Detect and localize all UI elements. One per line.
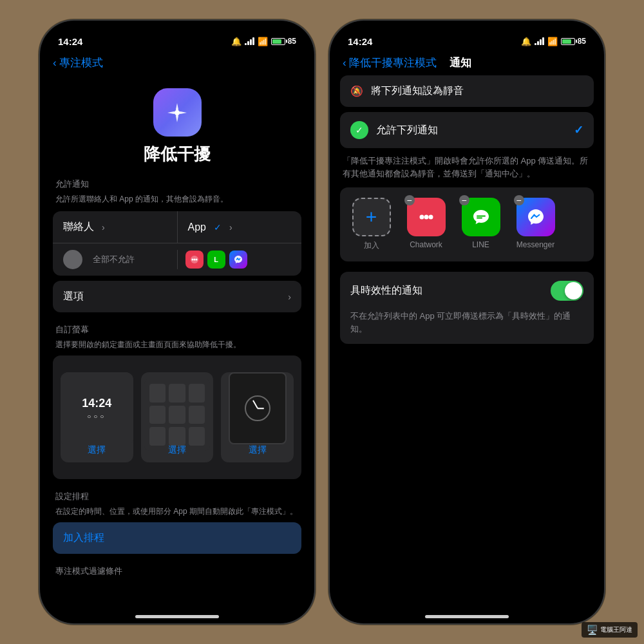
svg-point-5 bbox=[419, 215, 424, 220]
chevron-left-icon: ‹ bbox=[53, 57, 57, 70]
allow-left: ✓ 允許下列通知 bbox=[350, 121, 438, 139]
allow-notify-label: 允許通知 bbox=[53, 178, 301, 190]
contacts-apps-row: 聯絡人 › App ✓ › bbox=[53, 211, 301, 243]
wifi-icon-left: 📶 bbox=[258, 37, 268, 46]
contacts-label: 聯絡人 bbox=[63, 220, 94, 234]
back-button-right[interactable]: ‹ 降低干擾專注模式 bbox=[343, 55, 437, 70]
status-time-right: 14:24 bbox=[348, 36, 372, 47]
app-chatwork-item[interactable]: − Chatwork bbox=[405, 198, 447, 249]
watch-preview bbox=[229, 372, 287, 444]
nav-bar-left: ‹ 專注模式 bbox=[40, 53, 314, 75]
status-bar-right: 14:24 🔔 📶 85 bbox=[330, 21, 604, 53]
toggle-knob bbox=[565, 282, 582, 299]
contacts-sub-row: 全部不允許 bbox=[63, 250, 178, 269]
lock-screen-thumb[interactable]: 14:24 ○○○ 選擇 bbox=[61, 372, 133, 462]
watch-face bbox=[245, 395, 270, 421]
options-row[interactable]: 選項 › bbox=[53, 281, 301, 312]
wifi-icon-right: 📶 bbox=[547, 37, 558, 46]
options-label: 選項 bbox=[63, 290, 84, 303]
filter-section: 專注模式過濾條件 bbox=[53, 565, 301, 577]
bell-mute-icon: 🔔 bbox=[231, 37, 242, 46]
line-name: LINE bbox=[472, 240, 489, 249]
right-page-title: 通知 bbox=[450, 55, 471, 70]
app-messenger-item[interactable]: − Messenger bbox=[515, 198, 556, 249]
ls-time: 14:24 bbox=[82, 397, 111, 410]
watermark-text: 電腦王阿達 bbox=[600, 625, 632, 634]
back-button-left[interactable]: ‹ 專注模式 bbox=[53, 55, 103, 70]
apps-icons-row: L bbox=[178, 250, 292, 269]
nav-bar-right: ‹ 降低干擾專注模式 通知 bbox=[330, 53, 604, 75]
status-time-left: 14:24 bbox=[58, 36, 82, 47]
status-bar-left: 14:24 🔔 📶 85 bbox=[40, 21, 314, 53]
app-mini-messenger bbox=[229, 251, 247, 269]
home-screen-choose[interactable]: 選擇 bbox=[168, 444, 186, 456]
messenger-minus-badge: − bbox=[514, 195, 524, 205]
apps-grid: + 加入 − Chatwork bbox=[350, 198, 583, 251]
chevron-left-icon-right: ‹ bbox=[343, 57, 346, 70]
watch-choose[interactable]: 選擇 bbox=[249, 444, 267, 456]
options-chevron: › bbox=[288, 292, 291, 302]
custom-screen-section: 自訂螢幕 bbox=[53, 324, 301, 336]
contacts-apps-card: 聯絡人 › App ✓ › 全部不允許 bbox=[53, 211, 301, 276]
chatwork-name: Chatwork bbox=[410, 240, 442, 249]
apps-label: App bbox=[188, 222, 206, 233]
home-screen-thumb[interactable]: 選擇 bbox=[141, 372, 214, 462]
screens-container: 14:24 ○○○ 選擇 bbox=[58, 363, 296, 471]
timely-row: 具時效性的通知 bbox=[340, 272, 594, 310]
mute-bell-icon: 🔕 bbox=[350, 85, 363, 97]
add-schedule-button[interactable]: 加入排程 bbox=[53, 522, 301, 554]
contacts-row[interactable]: 聯絡人 › bbox=[53, 211, 178, 243]
mute-row: 🔕 將下列通知設為靜音 bbox=[340, 75, 594, 107]
svg-point-0 bbox=[175, 110, 180, 115]
timely-title: 具時效性的通知 bbox=[350, 284, 422, 298]
home-indicator-right bbox=[425, 615, 509, 618]
app-mini-line: L bbox=[207, 251, 225, 269]
line-minus-badge: − bbox=[459, 195, 469, 205]
apps-chevron: › bbox=[229, 222, 232, 232]
right-phone: 14:24 🔔 📶 85 ‹ 降低干擾專注模式 bbox=[328, 19, 605, 625]
green-check-icon: ✓ bbox=[350, 121, 368, 139]
watch-thumb[interactable]: 選擇 bbox=[221, 372, 294, 462]
svg-point-2 bbox=[191, 259, 193, 261]
allow-description: 「降低干擾專注注模式」開啟時會允許你所選的 App 傳送通知。所有其他通知都會設… bbox=[340, 152, 594, 187]
status-icons-left: 🔔 📶 85 bbox=[231, 37, 296, 46]
schedule-section: 設定排程 bbox=[53, 491, 301, 502]
schedule-desc: 在設定的時間、位置，或使用部分 App 期間自動開啟此「專注模式」。 bbox=[53, 506, 301, 517]
mute-text: 將下列通知設為靜音 bbox=[371, 84, 464, 98]
app-line-item[interactable]: − LINE bbox=[460, 198, 502, 249]
apps-check-icon: ✓ bbox=[214, 222, 222, 232]
options-card: 選項 › bbox=[53, 281, 301, 312]
svg-point-6 bbox=[424, 215, 428, 220]
messenger-name: Messenger bbox=[516, 240, 554, 249]
lock-screen-choose[interactable]: 選擇 bbox=[88, 444, 106, 456]
chatwork-minus-badge: − bbox=[404, 195, 415, 205]
home-screen-preview bbox=[144, 379, 209, 451]
watermark-logo: 🖥️ bbox=[587, 625, 598, 635]
timely-desc: 不在允許列表中的 App 可立即傳送標示為「具時效性」的通知。 bbox=[340, 310, 594, 344]
focus-title: 降低干擾 bbox=[53, 143, 301, 166]
signal-icon-left bbox=[245, 37, 254, 45]
allow-row[interactable]: ✓ 允許下列通知 ✓ bbox=[340, 112, 594, 148]
ls-dots: ○○○ bbox=[87, 413, 106, 420]
battery-right: 85 bbox=[561, 37, 586, 46]
apps-row[interactable]: App ✓ › bbox=[178, 211, 302, 243]
line-icon: − bbox=[462, 198, 500, 236]
focus-icon-container bbox=[53, 88, 301, 137]
screen-previews-card: 14:24 ○○○ 選擇 bbox=[53, 355, 301, 479]
contacts-all-deny: 全部不允許 bbox=[93, 254, 135, 265]
bell-mute-icon-right: 🔔 bbox=[521, 37, 531, 46]
contacts-toggle bbox=[63, 250, 82, 269]
svg-point-7 bbox=[428, 215, 433, 220]
blue-checkmark: ✓ bbox=[574, 123, 583, 137]
add-app-name: 加入 bbox=[364, 240, 379, 251]
custom-screen-desc: 選擇要開啟的鎖定畫面或主畫面頁面來協助降低干擾。 bbox=[53, 339, 301, 350]
apps-grid-card: + 加入 − Chatwork bbox=[340, 187, 594, 261]
app-add-item[interactable]: + 加入 bbox=[350, 198, 392, 251]
status-icons-right: 🔔 📶 85 bbox=[521, 37, 586, 46]
chatwork-icon: − bbox=[407, 198, 446, 236]
timely-toggle[interactable] bbox=[551, 281, 583, 301]
focus-mode-icon bbox=[153, 88, 202, 137]
left-screen-content: 降低干擾 允許通知 允許所選聯絡人和 App 的通知，其他會設為靜音。 聯絡人 … bbox=[40, 75, 314, 614]
allow-notify-desc: 允許所選聯絡人和 App 的通知，其他會設為靜音。 bbox=[53, 194, 301, 205]
allow-text: 允許下列通知 bbox=[376, 124, 438, 137]
